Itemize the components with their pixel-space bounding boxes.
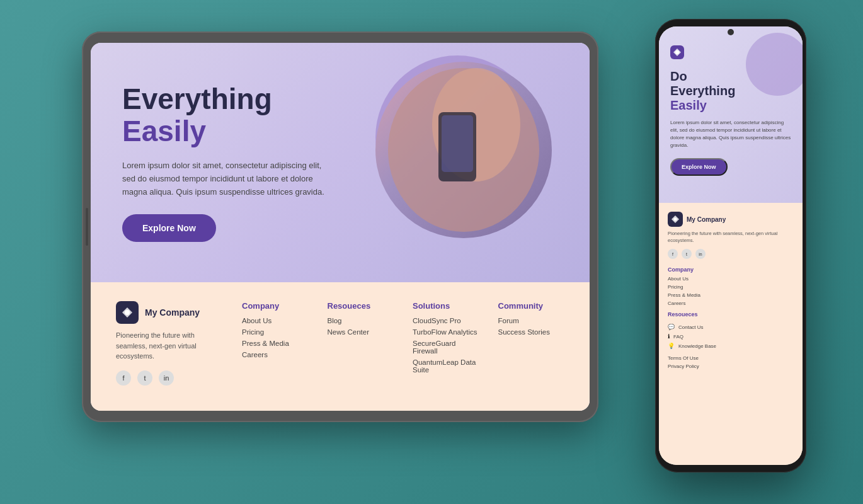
footer-col-solutions: SolutionsCloudSync ProTurboFlow Analytic… bbox=[413, 301, 479, 392]
brand-logo-row: My Company bbox=[116, 301, 217, 324]
footer-col-title: Solutions bbox=[413, 301, 479, 311]
phone-device: Do Everything Easily Lorem ipsum dolor s… bbox=[655, 19, 806, 472]
footer-brand: My Company Pioneering the future with se… bbox=[116, 301, 217, 392]
hero-illustration bbox=[375, 62, 552, 238]
brand-icon bbox=[116, 301, 139, 324]
footer-link-turboflow-analytics[interactable]: TurboFlow Analytics bbox=[413, 328, 479, 336]
support-text: Knowledge Base bbox=[678, 343, 716, 349]
support-icon: 💡 bbox=[668, 343, 675, 349]
phone-brand-desc: Pioneering the future with seamless, nex… bbox=[668, 231, 794, 244]
footer-col-title: Community bbox=[498, 301, 565, 311]
phone-frame: Do Everything Easily Lorem ipsum dolor s… bbox=[655, 19, 806, 472]
phone-brand-svg bbox=[671, 215, 680, 224]
hero-title-line1: Everything bbox=[122, 83, 336, 115]
footer-col-company: CompanyAbout UsPricingPress & MediaCaree… bbox=[242, 301, 309, 392]
support-icon: ℹ bbox=[668, 333, 670, 340]
phone-support-item[interactable]: 💡Knowledge Base bbox=[668, 343, 794, 349]
footer-link-blog[interactable]: Blog bbox=[328, 317, 394, 324]
tablet-hero-section: Everything Easily Lorem ipsum dolor sit … bbox=[91, 43, 590, 282]
footer-link-press-&-media[interactable]: Press & Media bbox=[242, 340, 309, 347]
linkedin-icon[interactable]: in bbox=[159, 370, 174, 386]
phone-brand-row: My Company bbox=[668, 212, 794, 227]
footer-link-secureguard-firewall[interactable]: SecureGuard Firewall bbox=[413, 340, 479, 355]
hero-description: Lorem ipsum dolor sit amet, consectetur … bbox=[122, 159, 336, 198]
phone-logo-icon bbox=[670, 45, 684, 59]
phone-company-title: Company bbox=[668, 266, 794, 273]
svg-point-5 bbox=[675, 50, 679, 54]
footer-col-resoueces: ResouecesBlogNews Center bbox=[328, 301, 394, 392]
phone-camera bbox=[728, 29, 734, 35]
phone-facebook-icon[interactable]: f bbox=[668, 249, 678, 259]
phone-company-links: About UsPricingPress & MediaCareers bbox=[668, 276, 794, 306]
footer-link-quantumleap-data-suite[interactable]: QuantumLeap Data Suite bbox=[413, 358, 479, 374]
tablet-frame: Everything Easily Lorem ipsum dolor sit … bbox=[82, 32, 598, 422]
footer-link-news-center[interactable]: News Center bbox=[328, 328, 394, 336]
tablet-footer-section: My Company Pioneering the future with se… bbox=[91, 282, 590, 411]
explore-now-button[interactable]: Explore Now bbox=[122, 214, 216, 242]
phone-linkedin-icon[interactable]: in bbox=[695, 249, 706, 259]
phone-link-press-&-media[interactable]: Press & Media bbox=[668, 292, 794, 298]
phone-legal-section: Terms Of UsePrivacy Policy bbox=[668, 355, 794, 369]
footer-link-forum[interactable]: Forum bbox=[498, 317, 565, 324]
footer-link-about-us[interactable]: About Us bbox=[242, 317, 309, 324]
brand-logo-svg bbox=[121, 306, 134, 319]
phone-legal-link[interactable]: Privacy Policy bbox=[668, 364, 794, 369]
social-icons-row: f t in bbox=[116, 370, 217, 386]
phone-hero-blob bbox=[746, 33, 803, 96]
footer-columns: CompanyAbout UsPricingPress & MediaCaree… bbox=[242, 301, 564, 392]
phone-resources-title: Resoueces bbox=[668, 311, 794, 318]
phone-link-careers[interactable]: Careers bbox=[668, 301, 794, 306]
svg-point-6 bbox=[674, 218, 677, 221]
footer-col-title: Resoueces bbox=[328, 301, 394, 311]
hero-image-placeholder bbox=[375, 62, 552, 238]
phone-screen: Do Everything Easily Lorem ipsum dolor s… bbox=[659, 26, 803, 465]
hero-title-line2: Easily bbox=[122, 115, 336, 147]
footer-col-community: CommunityForumSuccess Stories bbox=[498, 301, 565, 392]
phone-support-item[interactable]: 💬Contact Us bbox=[668, 324, 794, 330]
footer-col-title: Company bbox=[242, 301, 309, 311]
phone-social-icons: f t in bbox=[668, 249, 794, 259]
tablet-device: Everything Easily Lorem ipsum dolor sit … bbox=[82, 32, 598, 422]
footer-link-cloudsync-pro[interactable]: CloudSync Pro bbox=[413, 317, 479, 324]
support-text: FAQ bbox=[673, 334, 683, 340]
tablet-screen: Everything Easily Lorem ipsum dolor sit … bbox=[91, 43, 590, 411]
footer-link-careers[interactable]: Careers bbox=[242, 351, 309, 358]
phone-logo-svg bbox=[673, 48, 682, 57]
hero-text-content: Everything Easily Lorem ipsum dolor sit … bbox=[122, 83, 336, 242]
svg-point-4 bbox=[125, 310, 130, 315]
footer-link-success-stories[interactable]: Success Stories bbox=[498, 328, 565, 336]
twitter-icon[interactable]: t bbox=[137, 370, 152, 386]
facebook-icon[interactable]: f bbox=[116, 370, 131, 386]
phone-twitter-icon[interactable]: t bbox=[682, 249, 692, 259]
phone-hero-section: Do Everything Easily Lorem ipsum dolor s… bbox=[659, 26, 803, 203]
phone-link-pricing[interactable]: Pricing bbox=[668, 284, 794, 290]
phone-legal-link[interactable]: Terms Of Use bbox=[668, 355, 794, 361]
phone-title-line3: Easily bbox=[670, 98, 791, 113]
support-text: Contact Us bbox=[678, 324, 704, 330]
svg-rect-3 bbox=[442, 115, 473, 172]
support-icon: 💬 bbox=[668, 324, 675, 330]
brand-name: My Company bbox=[145, 307, 200, 318]
brand-description: Pioneering the future with seamless, nex… bbox=[116, 330, 217, 362]
phone-description: Lorem ipsum dolor sit amet, consectetur … bbox=[670, 119, 791, 149]
phone-explore-button[interactable]: Explore Now bbox=[670, 158, 728, 176]
footer-link-pricing[interactable]: Pricing bbox=[242, 328, 309, 336]
phone-link-about-us[interactable]: About Us bbox=[668, 276, 794, 282]
hero-image bbox=[375, 62, 552, 238]
phone-support-section: 💬Contact UsℹFAQ💡Knowledge Base bbox=[668, 324, 794, 349]
phone-brand-icon bbox=[668, 212, 683, 227]
phone-brand-name: My Company bbox=[687, 216, 726, 223]
phone-support-item[interactable]: ℹFAQ bbox=[668, 333, 794, 340]
phone-footer-section: My Company Pioneering the future with se… bbox=[659, 203, 803, 465]
